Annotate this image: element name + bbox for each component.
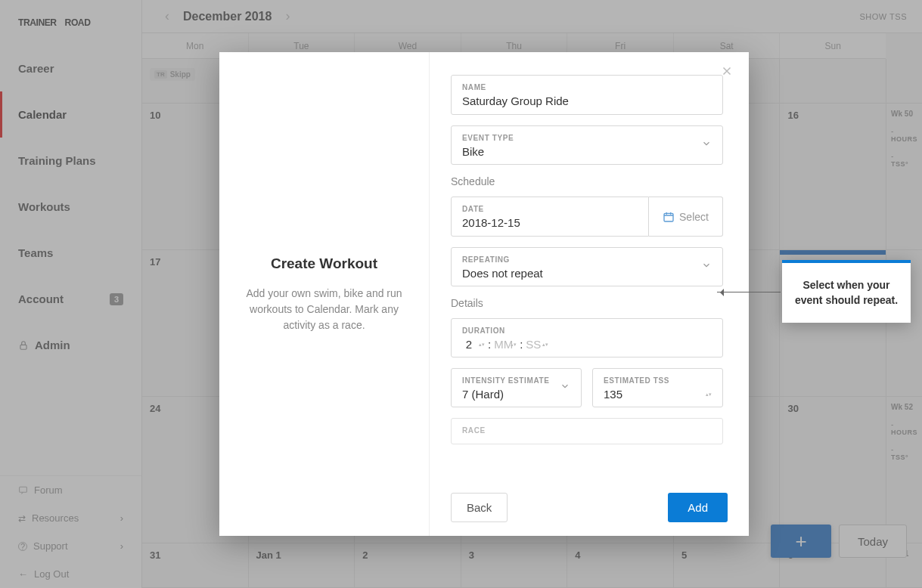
repeating-select[interactable]: REPEATING Does not repeat bbox=[451, 247, 723, 286]
spinner-icon[interactable]: ▴▾ bbox=[706, 392, 712, 397]
select-label: Select bbox=[679, 211, 709, 223]
duration-inputs: 2▴▾ : MM▴▾ : SS▴▾ bbox=[462, 338, 712, 351]
repeating-value: Does not repeat bbox=[462, 267, 712, 280]
spinner-icon[interactable]: ▴▾ bbox=[479, 342, 485, 347]
form-scroll[interactable]: NAME EVENT TYPE Bike Schedule DATE Selec… bbox=[451, 75, 728, 482]
duration-hours-input[interactable]: 2 bbox=[462, 338, 476, 351]
chevron-down-icon bbox=[701, 138, 712, 152]
name-field[interactable]: NAME bbox=[451, 75, 723, 115]
event-type-select[interactable]: EVENT TYPE Bike bbox=[451, 125, 723, 165]
spinner-icon[interactable]: ▴▾ bbox=[542, 342, 548, 347]
field-label: INTENSITY ESTIMATE bbox=[462, 376, 570, 385]
section-label: Schedule bbox=[451, 175, 723, 187]
race-field[interactable]: RACE bbox=[451, 418, 723, 444]
tss-field[interactable]: ESTIMATED TSS 135 ▴▾ bbox=[592, 368, 723, 407]
intensity-select[interactable]: INTENSITY ESTIMATE 7 (Hard) bbox=[451, 368, 582, 407]
create-workout-modal: Create Workout Add your own swim, bike a… bbox=[219, 52, 749, 536]
chevron-down-icon bbox=[560, 381, 570, 395]
tooltip: Select when your event should repeat. bbox=[782, 260, 911, 323]
tss-input[interactable]: 135 bbox=[604, 388, 622, 401]
event-type-value: Bike bbox=[462, 145, 712, 158]
spinner-icon[interactable]: ▴▾ bbox=[511, 342, 517, 347]
modal-subtitle: Add your own swim, bike and run workouts… bbox=[241, 286, 408, 333]
field-label: RACE bbox=[462, 426, 712, 435]
field-label: NAME bbox=[462, 83, 712, 91]
tooltip-arrow bbox=[717, 292, 781, 292]
back-button[interactable]: Back bbox=[451, 493, 508, 522]
field-label: DURATION bbox=[462, 326, 712, 335]
modal-right-panel: NAME EVENT TYPE Bike Schedule DATE Selec… bbox=[430, 52, 749, 536]
section-label: Details bbox=[451, 297, 723, 309]
chevron-down-icon bbox=[701, 260, 712, 274]
two-col-row: INTENSITY ESTIMATE 7 (Hard) ESTIMATED TS… bbox=[451, 368, 723, 418]
field-label: EVENT TYPE bbox=[462, 134, 712, 142]
add-button[interactable]: Add bbox=[668, 493, 728, 522]
modal-left-panel: Create Workout Add your own swim, bike a… bbox=[219, 52, 430, 536]
field-label: ESTIMATED TSS bbox=[604, 376, 712, 385]
field-label: DATE bbox=[462, 205, 638, 213]
duration-field[interactable]: DURATION 2▴▾ : MM▴▾ : SS▴▾ bbox=[451, 318, 723, 357]
calendar-icon bbox=[663, 211, 675, 223]
modal-title: Create Workout bbox=[241, 255, 408, 272]
duration-seconds-input[interactable]: SS bbox=[526, 338, 539, 351]
date-picker-button[interactable]: Select bbox=[649, 197, 723, 237]
date-row: DATE Select bbox=[451, 197, 723, 237]
date-input[interactable] bbox=[462, 216, 638, 229]
modal-footer: Back Add bbox=[451, 482, 728, 522]
svg-rect-4 bbox=[664, 213, 673, 221]
name-input[interactable] bbox=[462, 94, 712, 107]
duration-minutes-input[interactable]: MM bbox=[494, 338, 508, 351]
date-field[interactable]: DATE bbox=[451, 197, 649, 237]
intensity-value: 7 (Hard) bbox=[462, 388, 570, 401]
field-label: REPEATING bbox=[462, 255, 712, 264]
